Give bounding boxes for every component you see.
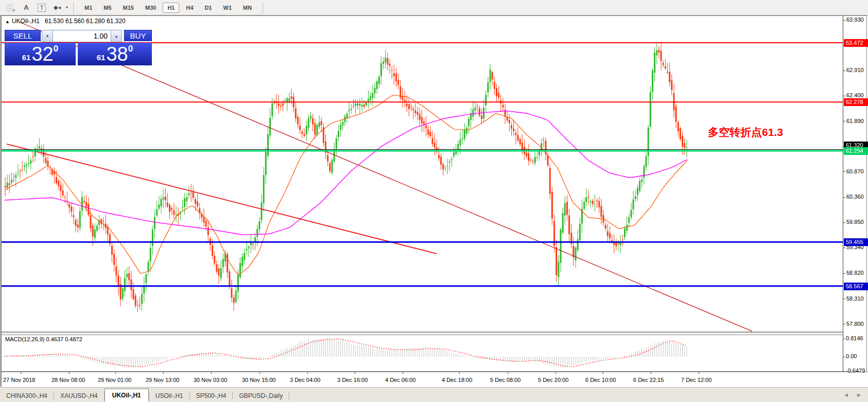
timeframe-button-D1[interactable]: D1 [200, 3, 217, 13]
toolbar-separator [73, 2, 74, 13]
price-tick-mark [843, 171, 845, 172]
macd-axis-label: 0.00 [846, 353, 857, 359]
time-tick-mark [115, 372, 116, 374]
timeframe-button-H1[interactable]: H1 [163, 3, 179, 13]
time-tick-mark [459, 372, 460, 374]
buy-price-button[interactable]: 61 38 0 [78, 43, 152, 65]
timeframe-button-M5[interactable]: M5 [99, 3, 116, 13]
macd-tick-mark [843, 357, 845, 357]
price-tick-label: 61.890 [846, 118, 864, 124]
t-glyph: T [38, 4, 46, 12]
time-tick-mark [211, 372, 212, 374]
price-tag-58.567: 58.567 [844, 283, 868, 290]
timeframe-button-M15[interactable]: M15 [118, 3, 138, 13]
buy-tab[interactable]: BUY [124, 30, 152, 42]
macd-tick-mark [843, 371, 845, 372]
time-tick-label: 4 Dec 06:00 [385, 377, 415, 383]
chart-tab-gbpusddaily[interactable]: GBPUSD-,Daily [233, 390, 289, 402]
chart-tab-ukoilh1[interactable]: UKOil-,H1 [105, 389, 149, 402]
time-tick-label: 30 Nov 15:00 [242, 377, 275, 383]
sell-tab[interactable]: SELL [5, 30, 41, 42]
chart-tab-xauusdh4[interactable]: XAUUSD-,H4 [54, 390, 104, 402]
macd-axis-label: -0.6479 [846, 368, 865, 374]
price-tick-label: 60.870 [846, 168, 864, 174]
tab-scroll-arrows: ◄ ► [843, 392, 862, 398]
volume-input[interactable] [53, 30, 111, 42]
buy-price-big: 38 [106, 44, 128, 64]
timeframe-button-M30[interactable]: M30 [141, 3, 161, 13]
price-axis[interactable]: 63.93063.42062.91062.40061.89061.38060.8… [843, 16, 868, 372]
text-tool-icon[interactable]: T [36, 2, 47, 13]
time-tick-mark [603, 372, 603, 374]
buy-price-prefix: 61 [97, 53, 106, 62]
time-tick-label: 29 Nov 13:00 [146, 377, 179, 383]
price-tick-mark [843, 96, 845, 96]
price-tick-label: 57.800 [846, 321, 864, 327]
sell-price-button[interactable]: 61 32 0 [5, 43, 76, 65]
time-tick-label: 27 Nov 2018 [3, 377, 35, 383]
sell-price-prefix: 61 [22, 53, 31, 62]
timeframe-group: M1M5M15M30H1H4D1W1MN [76, 0, 261, 15]
macd-label: MACD(12,26,9) 0.4637 0.4872 [5, 336, 82, 342]
chart-tab-china300h4[interactable]: CHINA300-,H4 [0, 390, 54, 402]
price-tag-63.472: 63.472 [844, 39, 868, 47]
tab-scroll-left-icon[interactable]: ◄ [843, 392, 849, 398]
time-tick-label: 30 Nov 03:00 [194, 377, 227, 383]
price-tick-label: 60.360 [846, 194, 864, 200]
time-tick-label: 7 Dec 12:00 [681, 377, 711, 383]
time-tick-label: 4 Dec 18:00 [442, 377, 472, 383]
time-tick-label: 29 Nov 01:00 [98, 377, 131, 383]
toolbar: F A T ◆◂ ▾ M1M5M15M30H1H4D1W1MN [0, 0, 868, 15]
chevron-down-icon[interactable]: ▾ [66, 5, 68, 10]
chart-tab-usoilh1[interactable]: USOil-,H1 [149, 390, 189, 402]
price-tick-label: 59.850 [846, 219, 864, 225]
time-tick-label: 6 Dec 22:15 [633, 377, 664, 383]
price-tick-label: 62.910 [846, 67, 864, 73]
volume-increase-button[interactable]: ▴ [111, 30, 122, 42]
sell-price-big: 32 [31, 44, 53, 64]
price-tick-label: 58.820 [846, 270, 864, 276]
time-tick-mark [355, 372, 355, 374]
time-tick-label: 6 Dec 10:00 [585, 377, 616, 383]
price-tag-59.455: 59.455 [844, 238, 868, 246]
price-tag-61.294: 61.294 [844, 147, 868, 155]
time-tick-label: 3 Dec 16:00 [337, 377, 368, 383]
time-tick-mark [555, 372, 556, 374]
one-click-trade-widget: SELL ▾ ▴ BUY 61 32 0 61 38 0 [5, 30, 152, 65]
time-tick-mark [403, 372, 403, 374]
chart-tab-sp500h4[interactable]: SP500-,H4 [190, 390, 233, 402]
macd-axis-label: 0.8146 [846, 335, 863, 341]
collapse-triangle-icon[interactable]: ▲ [5, 19, 10, 24]
text-label-icon[interactable]: A [21, 2, 32, 13]
chart-window: ▲UKOil-,H161.530 61.560 61.280 61.320 SE… [0, 15, 867, 387]
time-tick-mark [259, 372, 260, 374]
price-tick-mark [843, 71, 845, 71]
price-tick-label: 62.400 [846, 92, 864, 98]
tab-scroll-right-icon[interactable]: ► [856, 392, 862, 398]
price-tick-label: 58.310 [846, 295, 864, 302]
macd-indicator-pane[interactable] [2, 334, 843, 372]
timeframe-button-H4[interactable]: H4 [181, 3, 198, 13]
timeframe-button-M1[interactable]: M1 [80, 3, 97, 13]
mt4-terminal: F A T ◆◂ ▾ M1M5M15M30H1H4D1W1MN ▲UKOil-,… [0, 0, 868, 402]
grid-glyph: F [6, 3, 16, 12]
price-tick-mark [843, 121, 845, 121]
grid-f-icon[interactable]: F [5, 2, 16, 13]
time-tick-mark [163, 372, 164, 374]
price-tag-62.278: 62.278 [844, 98, 868, 106]
ohlc-values: 61.530 61.560 61.280 61.320 [45, 18, 126, 25]
time-tick-mark [307, 372, 308, 374]
volume-decrease-button[interactable]: ▾ [42, 30, 53, 42]
price-tick-mark [843, 197, 845, 198]
time-tick-mark [21, 372, 21, 374]
trade-widget-top-row: SELL ▾ ▴ BUY [5, 30, 152, 42]
time-tick-label: 5 Dec 20:00 [538, 377, 568, 383]
shapes-icon[interactable]: ◆◂ [51, 2, 63, 13]
chart-annotation[interactable]: 多空转折点61.3 [708, 125, 783, 139]
timeframe-button-MN[interactable]: MN [238, 3, 256, 13]
time-axis[interactable]: 27 Nov 201828 Nov 08:0029 Nov 01:0029 No… [2, 372, 868, 388]
tab-separator [289, 391, 289, 399]
price-tick-label: 63.930 [846, 16, 864, 23]
time-tick-label: 5 Dec 08:00 [490, 377, 520, 383]
timeframe-button-W1[interactable]: W1 [219, 3, 237, 13]
